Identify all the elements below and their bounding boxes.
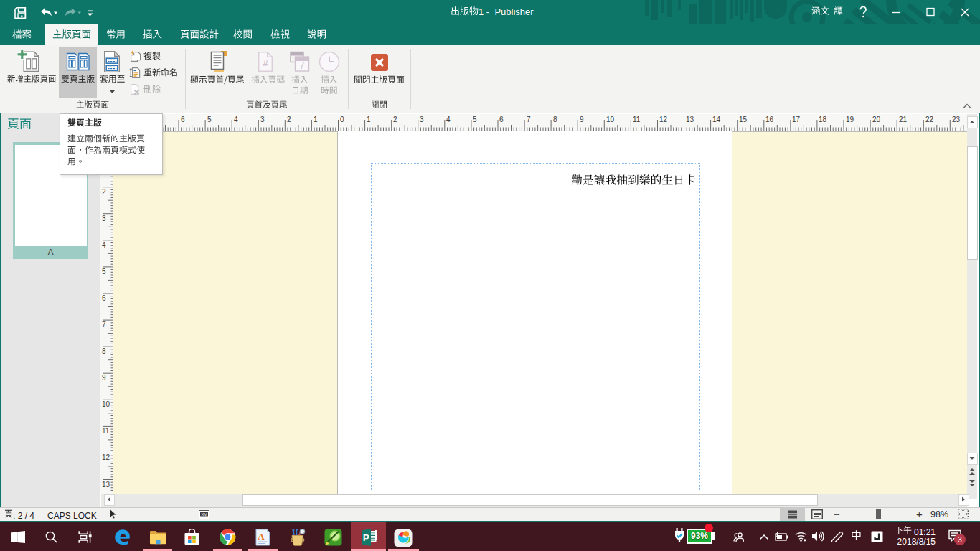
svg-text:17: 17	[792, 116, 801, 123]
svg-text:8: 8	[553, 116, 557, 123]
svg-text:10: 10	[102, 400, 110, 408]
svg-text:1: 1	[314, 116, 318, 123]
svg-text:XV: XV	[201, 512, 207, 517]
svg-text:1: 1	[367, 116, 371, 123]
svg-text:2: 2	[287, 116, 291, 123]
svg-text:6: 6	[499, 116, 504, 123]
svg-text:5: 5	[473, 116, 477, 123]
svg-text:14: 14	[712, 116, 721, 123]
svg-text:21: 21	[899, 116, 908, 123]
svg-text:20: 20	[872, 116, 881, 123]
svg-text:16: 16	[765, 116, 774, 123]
svg-text:A: A	[258, 531, 265, 542]
svg-text:18: 18	[819, 116, 827, 123]
svg-text:3: 3	[420, 116, 424, 123]
svg-text:3: 3	[102, 215, 106, 222]
svg-text:0: 0	[340, 116, 344, 123]
svg-text:13: 13	[686, 116, 694, 123]
svg-text:2: 2	[102, 188, 106, 196]
svg-text:7: 7	[102, 321, 106, 329]
svg-text:5: 5	[207, 116, 212, 123]
svg-text:2: 2	[393, 116, 397, 123]
svg-text:11: 11	[633, 116, 641, 123]
svg-text:9: 9	[580, 116, 584, 123]
svg-text:4: 4	[446, 116, 451, 123]
svg-text:23: 23	[952, 116, 961, 123]
svg-text:7: 7	[527, 116, 531, 123]
svg-text:19: 19	[846, 116, 854, 123]
svg-text:8: 8	[102, 347, 106, 355]
svg-text:11: 11	[102, 427, 110, 435]
svg-text:12: 12	[659, 116, 668, 123]
svg-text:4: 4	[102, 241, 106, 249]
svg-text:22: 22	[925, 116, 934, 123]
svg-text:#: #	[263, 57, 268, 68]
svg-text:9: 9	[102, 374, 106, 382]
svg-text:3: 3	[260, 116, 265, 123]
svg-text:12: 12	[102, 453, 110, 461]
svg-text:P: P	[363, 532, 369, 543]
svg-text:13: 13	[102, 481, 110, 489]
svg-text:6: 6	[181, 116, 185, 123]
svg-text:7: 7	[299, 60, 305, 71]
svg-text:4: 4	[234, 116, 238, 123]
svg-text:10: 10	[606, 116, 615, 123]
svg-text:15: 15	[739, 116, 748, 123]
svg-text:5: 5	[102, 268, 106, 276]
svg-text:6: 6	[102, 294, 106, 302]
